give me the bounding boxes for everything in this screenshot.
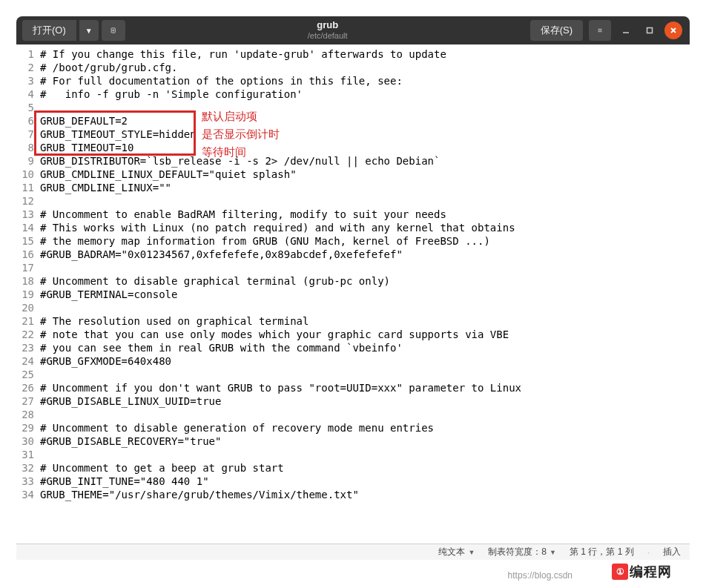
window-minimize-button[interactable]: [617, 22, 635, 39]
logo-badge: ①: [612, 564, 628, 580]
insert-mode[interactable]: 插入: [663, 546, 681, 558]
window-maximize-button[interactable]: [641, 22, 659, 39]
chevron-down-icon: ▼: [550, 549, 556, 556]
svg-rect-7: [647, 28, 653, 33]
line-number-gutter: 1 2 3 4 5 6 7 8 9 10 11 12 13 14 15 16 1…: [16, 44, 39, 544]
open-button[interactable]: 打开(O): [22, 20, 76, 41]
syntax-mode-selector[interactable]: 纯文本▼: [438, 546, 475, 558]
window-subtitle: /etc/default: [125, 31, 530, 41]
editor-area[interactable]: 1 2 3 4 5 6 7 8 9 10 11 12 13 14 15 16 1…: [16, 44, 690, 544]
tab-width-selector[interactable]: 制表符宽度：8▼: [488, 546, 556, 558]
minimize-icon: [622, 27, 630, 34]
new-document-icon: [110, 25, 116, 36]
maximize-icon: [646, 27, 653, 34]
watermark-logo: ① 编程网: [612, 563, 672, 581]
window-title: grub: [125, 20, 530, 31]
hamburger-menu-button[interactable]: [589, 20, 611, 41]
cursor-position[interactable]: 第 1 行，第 1 列: [570, 546, 634, 558]
window-close-button[interactable]: [664, 22, 682, 39]
close-icon: [670, 27, 677, 34]
new-tab-button[interactable]: [102, 20, 125, 41]
titlebar: 打开(O) ▼ grub /etc/default 保存(S): [16, 16, 690, 44]
statusbar: 纯文本▼ 制表符宽度：8▼ 第 1 行，第 1 列 · 插入: [16, 544, 690, 560]
watermark-url: https://blog.csdn: [508, 570, 573, 581]
open-dropdown-button[interactable]: ▼: [79, 20, 99, 41]
save-button[interactable]: 保存(S): [530, 20, 583, 41]
code-content[interactable]: # If you change this file, run 'update-g…: [39, 44, 690, 544]
chevron-down-icon: ▼: [468, 549, 475, 556]
logo-text: 编程网: [630, 563, 672, 581]
hamburger-icon: [598, 26, 602, 35]
